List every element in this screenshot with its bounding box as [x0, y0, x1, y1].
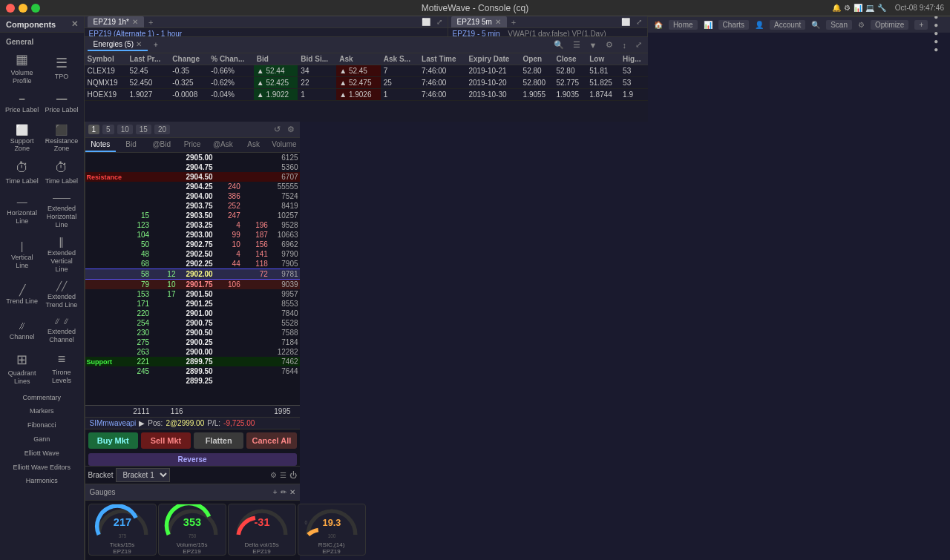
list-item[interactable]: 153 17 2901.50 9957 [85, 289, 300, 299]
ob-scroll[interactable]: 2905.00 6125 2904.75 5360 Resistance 290… [85, 153, 300, 405]
chart-left-popout-icon[interactable]: ⬜ [419, 17, 433, 27]
list-item[interactable]: 48 2902.50 4 141 9790 [85, 249, 300, 259]
ob-tab-price[interactable]: Price [177, 138, 207, 152]
chart-left-close-icon[interactable]: ✕ [132, 18, 138, 26]
list-item[interactable]: 263 2900.00 12282 [85, 347, 300, 357]
gauges-close-icon[interactable]: ✕ [289, 488, 295, 496]
bottom-tab-add[interactable]: + [148, 39, 164, 50]
bottom-tab-energies-close[interactable]: ✕ [136, 40, 142, 48]
bracket-select[interactable]: Bracket 1 [116, 468, 170, 482]
chart-right-expand-icon[interactable]: ⤢ [634, 17, 644, 27]
reverse-button[interactable]: Reverse [88, 453, 297, 466]
bottom-layout-icon[interactable]: ☰ [570, 39, 583, 50]
status-account[interactable]: Account [770, 20, 805, 30]
sidebar-item-elliott-wave-editors[interactable]: Elliott Wave Editors [3, 461, 81, 474]
chart-left-add-icon[interactable]: + [145, 18, 156, 27]
sidebar-item-tirone-levels[interactable]: ≡ Tirone Levels [42, 349, 80, 389]
list-item[interactable]: 2904.00 386 7524 [85, 191, 300, 201]
sidebar-item-vertical-line[interactable]: | Vertical Line [3, 233, 41, 276]
sidebar-item-extended-trend-line[interactable]: ╱╱ Extended Trend Line [42, 278, 80, 312]
bottom-settings-icon[interactable]: ⚙ [603, 39, 616, 50]
close-btn[interactable] [6, 4, 15, 13]
chart-left-expand-icon[interactable]: ⤢ [434, 17, 445, 27]
list-item[interactable]: Resistance 2904.50 6707 [85, 172, 300, 182]
bottom-tab-energies[interactable]: Energies (5) ✕ [88, 39, 148, 51]
list-item[interactable]: 2905.00 6125 [85, 153, 300, 162]
sidebar-item-extended-channel[interactable]: ⫽⫽ Extended Channel [42, 313, 80, 347]
ob-tab-at-bid[interactable]: @Bid [146, 138, 177, 152]
list-item[interactable]: 220 2901.00 7840 [85, 309, 300, 318]
list-item[interactable]: 79 10 2901.75 106 9039 [85, 280, 300, 290]
list-item[interactable]: 2899.25 [85, 376, 300, 386]
sidebar-item-channel[interactable]: ⫽ Channel [3, 313, 41, 347]
ob-reset-icon[interactable]: ↺ [272, 124, 283, 135]
sidebar-item-horizontal-line[interactable]: — Horizontal Line [3, 190, 41, 231]
sidebar-item-support-zone[interactable]: ⬜ Support Zone [3, 121, 41, 157]
gauges-edit-icon[interactable]: ✏ [281, 488, 286, 496]
ob-size-10[interactable]: 10 [117, 125, 133, 134]
list-item[interactable]: 254 2900.75 5528 [85, 318, 300, 328]
cancel-all-button[interactable]: Cancel All [246, 432, 296, 449]
list-item[interactable]: 171 2901.25 8553 [85, 299, 300, 309]
gauges-add-icon[interactable]: + [273, 488, 278, 496]
ob-size-5[interactable]: 5 [102, 125, 114, 134]
chart-left-tab[interactable]: EPZ19 1h* ✕ [88, 16, 144, 27]
list-item[interactable]: 104 2903.00 99 187 10663 [85, 230, 300, 240]
sidebar-close-icon[interactable]: ✕ [71, 19, 78, 29]
sidebar-item-extended-vertical-line[interactable]: ‖ Extended Vertical Line [42, 233, 80, 276]
sidebar-item-elliott-wave[interactable]: Elliott Wave [3, 447, 81, 460]
list-item[interactable]: 58 12 2902.00 72 9781 [85, 269, 300, 280]
list-item[interactable]: 2904.25 240 55555 [85, 182, 300, 191]
sidebar-item-gann[interactable]: Gann [3, 433, 81, 446]
buy-mkt-button[interactable]: Buy Mkt [88, 432, 138, 449]
list-item[interactable]: 15 2903.50 247 10257 [85, 211, 300, 220]
ob-tab-at-ask[interactable]: @Ask [208, 138, 238, 152]
sidebar-item-price-label-2[interactable]: ━━ Price Label [42, 90, 80, 119]
sidebar-item-resistance-zone[interactable]: ⬛ Resistance Zone [42, 121, 80, 157]
status-optimize[interactable]: Optimize [871, 20, 908, 30]
chart-right-tab[interactable]: EPZ19 5m ✕ [451, 16, 507, 27]
ob-size-1[interactable]: 1 [88, 125, 100, 134]
sidebar-item-time-label-1[interactable]: ⏱ Time Label [3, 157, 41, 188]
list-item[interactable]: 50 2902.75 10 156 6962 [85, 240, 300, 249]
sidebar-item-extended-horizontal-line[interactable]: —— Extended Horizontal Line [42, 190, 80, 231]
ob-settings-icon[interactable]: ⚙ [285, 124, 297, 135]
chart-right-popout-icon[interactable]: ⬜ [619, 17, 632, 27]
sidebar-item-quadrant-lines[interactable]: ⊞ Quadrant Lines [3, 349, 41, 389]
sell-mkt-button[interactable]: Sell Mkt [141, 432, 191, 449]
sidebar-item-time-label-2[interactable]: ⏱ Time Label [42, 157, 80, 188]
bracket-icon-3[interactable]: ⏻ [289, 471, 297, 479]
sidebar-item-tpo[interactable]: ☰ TPO [42, 48, 80, 88]
flatten-button[interactable]: Flatten [194, 432, 243, 449]
ob-tab-bid[interactable]: Bid [116, 138, 146, 152]
list-item[interactable]: 245 2899.50 7644 [85, 366, 300, 376]
list-item[interactable]: 275 2900.25 7184 [85, 337, 300, 347]
list-item[interactable]: 2904.75 5360 [85, 162, 300, 172]
sidebar-item-volume-profile[interactable]: ▦ Volume Profile [3, 48, 41, 88]
maximize-btn[interactable] [31, 4, 40, 13]
ob-size-20[interactable]: 20 [154, 125, 170, 134]
ob-tab-volume[interactable]: Volume [269, 138, 299, 152]
bottom-search-icon[interactable]: 🔍 [551, 39, 567, 50]
list-item[interactable]: 123 2903.25 4 196 9528 [85, 220, 300, 230]
chart-right-add-icon[interactable]: + [508, 18, 519, 27]
sidebar-item-commentary[interactable]: Commentary [3, 392, 81, 404]
bracket-icon-1[interactable]: ⚙ [270, 471, 277, 479]
ob-tab-notes[interactable]: Notes [85, 138, 116, 152]
sidebar-item-fibonacci[interactable]: Fibonacci [3, 419, 81, 432]
bottom-filter-icon[interactable]: ▼ [586, 40, 600, 50]
list-item[interactable]: Support 221 2899.75 7462 [85, 357, 300, 366]
status-charts[interactable]: Charts [718, 20, 749, 30]
sidebar-item-markers[interactable]: Markers [3, 405, 81, 418]
sidebar-item-price-label-1[interactable]: ━ Price Label [3, 90, 41, 119]
status-scan[interactable]: Scan [826, 20, 852, 30]
minimize-btn[interactable] [19, 4, 27, 13]
sidebar-item-trend-line[interactable]: ╱ Trend Line [3, 278, 41, 312]
list-item[interactable]: 230 2900.50 7588 [85, 328, 300, 337]
bracket-icon-2[interactable]: ☰ [280, 471, 286, 479]
chart-right-close-icon[interactable]: ✕ [495, 18, 501, 26]
sidebar-item-harmonics[interactable]: Harmonics [3, 475, 81, 487]
status-add[interactable]: + [914, 20, 928, 30]
ob-size-15[interactable]: 15 [136, 125, 151, 134]
list-item[interactable]: 2903.75 252 8419 [85, 201, 300, 211]
